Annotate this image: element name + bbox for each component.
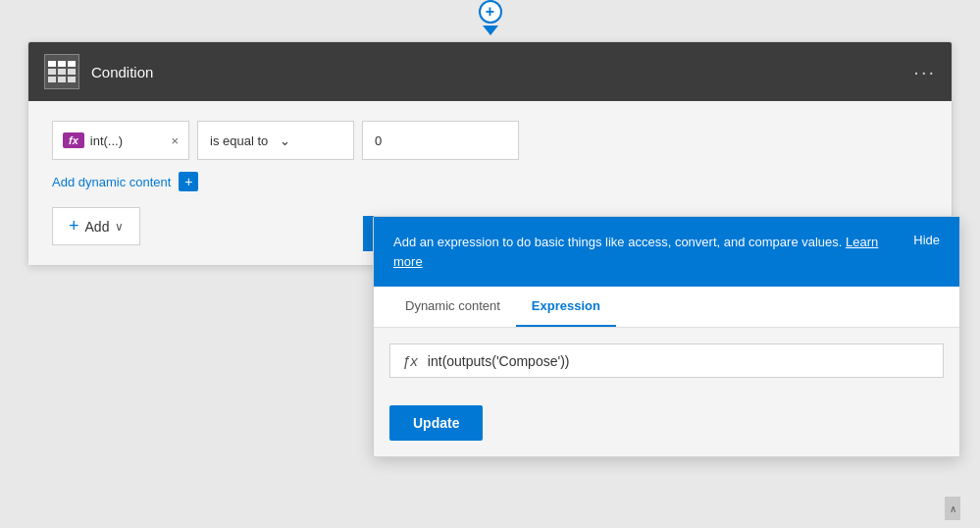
add-button-label: Add (85, 219, 110, 235)
fx-badge: fx (63, 132, 84, 148)
expression-chip[interactable]: fx int(...) × (52, 121, 189, 160)
value-input[interactable]: 0 (362, 121, 519, 160)
panel-header: Add an expression to do basic things lik… (374, 217, 959, 287)
operator-value: is equal to (210, 133, 272, 148)
scroll-indicator[interactable]: ∧ (945, 497, 960, 520)
add-dynamic-content-link[interactable]: Add dynamic content (52, 175, 171, 189)
header-description: Add an expression to do basic things lik… (393, 235, 842, 249)
operator-dropdown[interactable]: is equal to ⌄ (197, 121, 354, 160)
condition-row: fx int(...) × is equal to ⌄ 0 (52, 121, 928, 160)
card-title: Condition (91, 64, 902, 80)
panel-footer: Update (374, 394, 959, 456)
chip-close-button[interactable]: × (171, 133, 179, 148)
update-button[interactable]: Update (389, 405, 483, 441)
connector-arrow (483, 26, 498, 35)
add-dynamic-content-button[interactable]: + (179, 172, 198, 191)
hide-link[interactable]: Hide (913, 233, 940, 247)
condition-icon (44, 54, 79, 89)
panel-tabs: Dynamic content Expression (374, 287, 959, 328)
top-connector: + (479, 0, 502, 35)
more-options-button[interactable]: ··· (913, 61, 936, 83)
expression-input-row: ƒx (389, 343, 944, 378)
value-text: 0 (375, 133, 382, 148)
tab-dynamic-content[interactable]: Dynamic content (389, 287, 516, 327)
card-header: Condition ··· (28, 42, 952, 101)
panel-body: ƒx (374, 328, 959, 394)
add-button[interactable]: + Add ∨ (52, 207, 140, 245)
panel-header-text: Add an expression to do basic things lik… (393, 233, 902, 271)
table-icon (48, 61, 76, 82)
add-chevron-icon: ∨ (115, 220, 124, 234)
chip-text: int(...) (90, 133, 166, 148)
fx-label: ƒx (402, 352, 418, 369)
tab-expression[interactable]: Expression (516, 287, 616, 327)
expression-input[interactable] (428, 353, 931, 369)
add-step-button[interactable]: + (479, 0, 502, 24)
expression-panel: Add an expression to do basic things lik… (373, 216, 960, 457)
add-plus-icon: + (69, 216, 79, 237)
scroll-up-icon: ∧ (950, 503, 956, 514)
chevron-down-icon: ⌄ (280, 133, 341, 148)
add-dynamic-row: Add dynamic content + (52, 172, 928, 191)
plus-icon: + (486, 3, 494, 21)
